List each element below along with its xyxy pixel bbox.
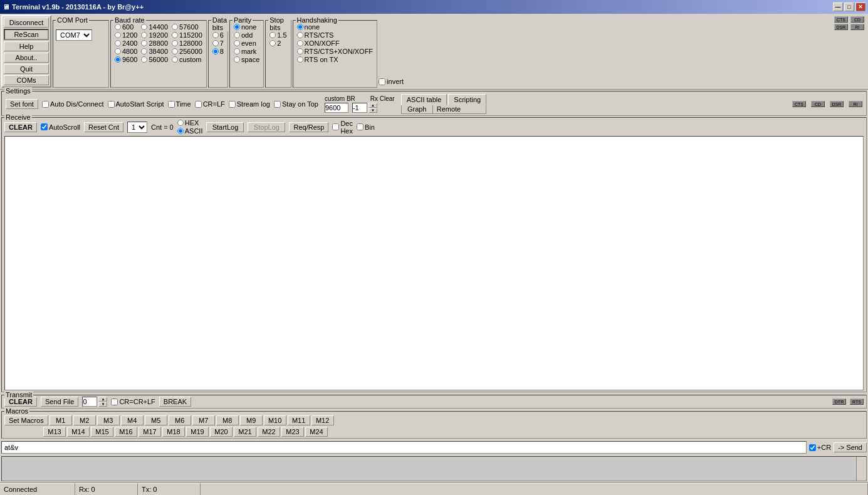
graph-button[interactable]: Graph <box>402 105 433 113</box>
m17-button[interactable]: M17 <box>139 427 161 437</box>
counter-select[interactable]: 1381632 <box>127 122 147 133</box>
remote-button[interactable]: Remote <box>433 105 465 113</box>
baud-256000-radio[interactable] <box>172 48 178 55</box>
m6-button[interactable]: M6 <box>169 415 191 425</box>
minimize-button[interactable]: — <box>833 3 843 11</box>
auto-dis-connect-checkbox[interactable] <box>42 101 49 108</box>
disconnect-button[interactable]: Disconnect <box>4 18 49 28</box>
scripting-tab[interactable]: Scripting <box>448 94 486 105</box>
receive-textarea[interactable] <box>4 136 864 390</box>
invert-checkbox[interactable] <box>379 78 385 85</box>
m22-button[interactable]: M22 <box>258 427 280 437</box>
transmit-counter-input[interactable] <box>82 397 97 407</box>
m10-button[interactable]: M10 <box>264 415 286 425</box>
m21-button[interactable]: M21 <box>234 427 256 437</box>
baud-custom-radio[interactable] <box>172 56 178 63</box>
com-port-select[interactable]: COM7 COM1 COM2 COM3 COM4 COM5 COM6 COM8 <box>56 29 92 41</box>
parity-space-radio[interactable] <box>234 56 240 63</box>
baud-28800-radio[interactable] <box>141 40 147 46</box>
sb-15-radio[interactable] <box>269 32 276 38</box>
baud-128000-radio[interactable] <box>172 40 178 46</box>
receive-clear-button[interactable]: CLEAR <box>4 122 37 132</box>
db-6-radio[interactable] <box>212 32 219 38</box>
m19-button[interactable]: M19 <box>186 427 209 437</box>
baud-38400-radio[interactable] <box>141 48 147 55</box>
ascii-table-tab[interactable]: ASCII table <box>401 94 447 105</box>
close-button[interactable]: ✕ <box>855 3 865 11</box>
stop-log-button[interactable]: StopLog <box>248 122 285 132</box>
m15-button[interactable]: M15 <box>91 427 113 437</box>
m3-button[interactable]: M3 <box>97 415 120 425</box>
sb-2-radio[interactable] <box>269 40 276 46</box>
hs-rtscts-radio[interactable] <box>297 32 303 38</box>
baud-4800-radio[interactable] <box>115 48 121 55</box>
m24-button[interactable]: M24 <box>305 427 328 437</box>
help-button[interactable]: Help <box>4 41 49 51</box>
send-file-button[interactable]: Send File <box>41 397 78 407</box>
custom-br-input[interactable] <box>325 103 348 113</box>
baud-115200-radio[interactable] <box>172 32 178 38</box>
m14-button[interactable]: M14 <box>67 427 90 437</box>
rx-clear-down[interactable]: ▼ <box>369 108 377 113</box>
time-checkbox[interactable] <box>168 101 175 108</box>
stream-log-checkbox[interactable] <box>229 101 236 108</box>
m4-button[interactable]: M4 <box>121 415 144 425</box>
m11-button[interactable]: M11 <box>288 415 310 425</box>
db-8-radio[interactable] <box>212 48 219 55</box>
m5-button[interactable]: M5 <box>145 415 167 425</box>
rx-clear-up[interactable]: ▲ <box>369 103 377 108</box>
db-7-radio[interactable] <box>212 40 219 46</box>
maximize-button[interactable]: □ <box>844 3 854 11</box>
m9-button[interactable]: M9 <box>240 415 263 425</box>
script-scrollbar[interactable] <box>856 457 866 481</box>
baud-600-radio[interactable] <box>115 24 121 30</box>
transmit-counter-down[interactable]: ▼ <box>98 402 107 407</box>
ascii-radio[interactable] <box>177 128 184 134</box>
autostart-script-checkbox[interactable] <box>108 101 115 108</box>
hs-none-radio[interactable] <box>297 24 303 30</box>
req-resp-button[interactable]: Req/Resp <box>289 122 328 132</box>
baud-56000-radio[interactable] <box>141 56 147 63</box>
hs-xonxoff-radio[interactable] <box>297 40 303 46</box>
m7-button[interactable]: M7 <box>192 415 215 425</box>
m13-button[interactable]: M13 <box>43 427 66 437</box>
baud-2400-radio[interactable] <box>115 40 121 46</box>
autoscroll-checkbox[interactable] <box>41 123 48 130</box>
baud-9600-radio[interactable] <box>115 56 121 63</box>
hs-rtson-radio[interactable] <box>297 56 303 63</box>
script-textarea[interactable] <box>2 457 856 481</box>
m18-button[interactable]: M18 <box>162 427 185 437</box>
m12-button[interactable]: M12 <box>311 415 334 425</box>
dec-hex-checkbox[interactable] <box>332 123 339 130</box>
rescan-button[interactable]: ReScan <box>4 29 49 40</box>
stay-on-top-checkbox[interactable] <box>274 101 281 108</box>
baud-57600-radio[interactable] <box>172 24 178 30</box>
break-button[interactable]: BREAK <box>159 397 191 407</box>
m20-button[interactable]: M20 <box>210 427 233 437</box>
quit-button[interactable]: Quit <box>4 64 49 74</box>
baud-19200-radio[interactable] <box>141 32 147 38</box>
plus-cr-checkbox[interactable] <box>809 444 816 451</box>
cr-lf-checkbox[interactable] <box>195 101 202 108</box>
cr-crlf-checkbox[interactable] <box>111 399 118 405</box>
script-area[interactable] <box>1 456 867 481</box>
coms-button[interactable]: COMs <box>4 75 49 85</box>
hex-radio[interactable] <box>177 120 184 126</box>
parity-mark-radio[interactable] <box>234 48 240 55</box>
transmit-counter-up[interactable]: ▲ <box>98 397 107 402</box>
parity-odd-radio[interactable] <box>234 32 240 38</box>
reset-cnt-button[interactable]: Reset Cnt <box>84 122 123 132</box>
set-font-button[interactable]: Set font <box>6 99 38 109</box>
hs-rtscts-xonxoff-radio[interactable] <box>297 48 303 55</box>
set-macros-button[interactable]: Set Macros <box>4 415 48 425</box>
send-button[interactable]: -> Send <box>834 442 867 452</box>
command-input[interactable] <box>1 441 807 454</box>
baud-1200-radio[interactable] <box>115 32 121 38</box>
parity-even-radio[interactable] <box>234 40 240 46</box>
rx-clear-input[interactable] <box>352 103 367 113</box>
about-button[interactable]: About.. <box>4 53 49 63</box>
start-log-button[interactable]: StartLog <box>206 122 244 132</box>
m1-button[interactable]: M1 <box>50 415 72 425</box>
baud-14400-radio[interactable] <box>141 24 147 30</box>
m23-button[interactable]: M23 <box>281 427 304 437</box>
